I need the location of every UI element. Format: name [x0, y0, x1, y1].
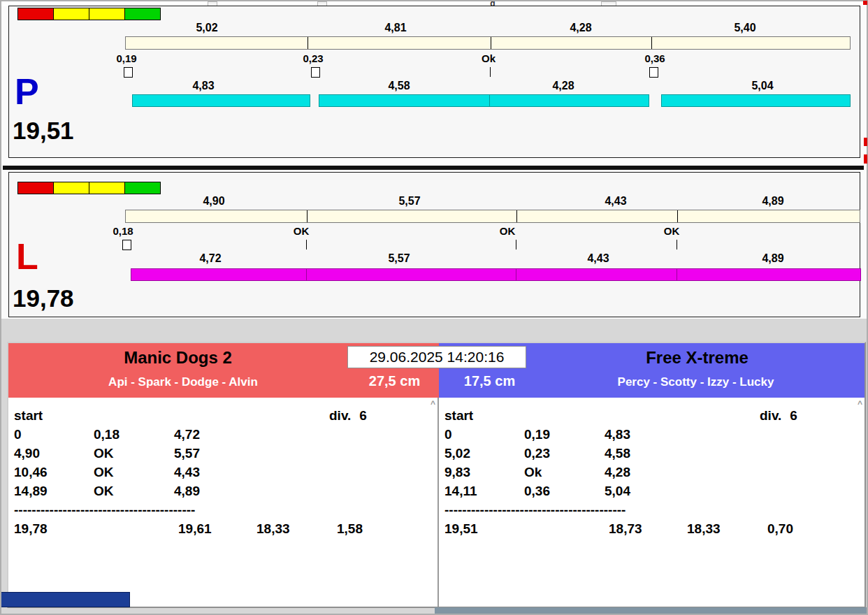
changeover-value: 0,23: [303, 52, 323, 64]
dog-time-bar: [306, 268, 516, 281]
scale-tick: [307, 210, 308, 222]
cell: 5,04: [605, 482, 760, 500]
leg-time: 5,02: [196, 22, 217, 34]
totals-separator: ----------------------------------------…: [444, 500, 859, 519]
dog-time-bar: [319, 94, 490, 107]
light-green-icon: [124, 182, 161, 194]
cell: 0,18: [94, 425, 174, 444]
cell: 4,43: [174, 463, 329, 482]
results-panel: Manic Dogs 2 Api - Spark - Dodge - Alvin…: [7, 342, 866, 608]
background-window-strip: [435, 607, 868, 615]
cell: 0,19: [524, 425, 605, 444]
split-tick: [490, 67, 491, 77]
cell: 4,72: [174, 425, 329, 444]
cell: 4,90: [14, 444, 94, 463]
start-lights: [17, 8, 160, 20]
results-header-row: start div.6: [14, 406, 432, 425]
changeover-value: OK: [500, 225, 516, 237]
light-yellow-icon: [89, 8, 125, 20]
division: div.6: [760, 406, 859, 425]
dog-time: 4,28: [552, 80, 574, 92]
total-time: 19,78: [14, 519, 178, 538]
division-label: div.: [760, 408, 781, 423]
lane-p-panel: 5,02 4,81 4,28 5,40 0,19 0,23 Ok 0,36 P …: [8, 6, 860, 158]
lane-divider: [3, 166, 864, 170]
team-dogs: Api - Spark - Dodge - Alvin: [8, 375, 358, 389]
record-time: 18,33: [256, 519, 337, 538]
cell: 4,28: [605, 463, 760, 482]
cell: 0: [444, 425, 524, 444]
edge-red-mark: [864, 154, 867, 164]
scroll-up-icon[interactable]: ^: [431, 400, 435, 407]
light-green-icon: [124, 8, 161, 20]
edge-red-mark: [864, 138, 867, 146]
dog-time: 4,72: [199, 252, 221, 265]
total-time: 19,51: [444, 519, 609, 538]
team-name: Free X-treme: [530, 348, 865, 368]
cell: 4,58: [605, 444, 760, 463]
changeover-value: 0,18: [113, 225, 133, 237]
cell: 5,02: [444, 444, 524, 463]
result-row: 4,90 OK 5,57: [14, 444, 432, 463]
cell: 9,83: [444, 463, 524, 482]
dog-time-bar: [661, 94, 851, 107]
scale-tick: [651, 37, 652, 49]
cell: 10,46: [14, 463, 94, 482]
division-value: 6: [790, 408, 797, 423]
dog-time: 4,43: [587, 252, 609, 265]
cell: 0,23: [524, 444, 605, 463]
cell: OK: [94, 482, 174, 500]
result-row: 10,46 OK 4,43: [14, 463, 432, 482]
lane-l-panel: 4,90 5,57 4,43 4,89 0,18 OK OK OK L 4,72…: [8, 172, 860, 317]
results-body-right: ^ start div.6 0 0,19 4,83 5,02 0,23 4,58…: [439, 398, 865, 607]
jump-height: 27,5 cm: [354, 373, 435, 389]
light-yellow-icon: [53, 8, 89, 20]
leg-time: 5,57: [398, 195, 420, 208]
cell: 5,57: [174, 444, 329, 463]
edge-red-mark: [863, 1, 867, 5]
result-row: 14,89 OK 4,89: [14, 482, 432, 500]
split-checkbox[interactable]: [311, 67, 320, 78]
lane-total-time: 19,51: [13, 117, 74, 145]
totals-separator: ----------------------------------------…: [14, 500, 432, 519]
light-yellow-icon: [89, 182, 125, 194]
time-scale-bar: [125, 36, 851, 50]
changeover-value: Ok: [482, 52, 496, 64]
totals-row: 19,78 19,61 18,33 1,58: [14, 519, 432, 538]
cell: 4,83: [605, 425, 760, 444]
split-checkbox[interactable]: [649, 67, 658, 78]
dog-time: 5,57: [388, 252, 410, 265]
record-time: 18,33: [687, 519, 767, 538]
scroll-up-icon[interactable]: ^: [858, 400, 862, 407]
changeover-value: 0,36: [644, 52, 665, 64]
leg-time: 4,28: [570, 22, 591, 34]
lane-label: P: [15, 73, 39, 110]
scale-tick: [516, 210, 517, 222]
leg-time: 4,43: [605, 195, 626, 208]
time-diff: 1,58: [337, 519, 432, 538]
split-tick: [516, 240, 516, 249]
cell: 0,36: [524, 482, 605, 500]
team-name: Manic Dogs 2: [8, 348, 347, 368]
division-value: 6: [359, 408, 367, 423]
start-lights: [17, 182, 160, 194]
dog-time: 4,58: [388, 80, 410, 92]
cell: OK: [94, 463, 174, 482]
start-label: start: [14, 406, 94, 425]
split-checkbox[interactable]: [122, 240, 131, 250]
jump-height: 17,5 cm: [449, 373, 530, 389]
results-body-left: ^ start div.6 0 0,18 4,72 4,90 OK 5,57 1…: [8, 398, 439, 607]
result-row: 14,11 0,36 5,04: [444, 482, 859, 500]
split-tick: [306, 240, 307, 249]
datetime-display: 29.06.2025 14:20:16: [347, 346, 526, 368]
dog-time-bar: [677, 268, 861, 281]
cell: 4,89: [174, 482, 329, 500]
light-yellow-icon: [53, 182, 89, 194]
cell: 14,11: [444, 482, 524, 500]
cell: 0: [14, 425, 94, 444]
net-time: 19,61: [178, 519, 256, 538]
scale-tick: [491, 37, 491, 49]
dog-time-bar: [132, 94, 310, 107]
split-checkbox[interactable]: [124, 67, 133, 78]
dog-time: 4,83: [192, 80, 214, 92]
